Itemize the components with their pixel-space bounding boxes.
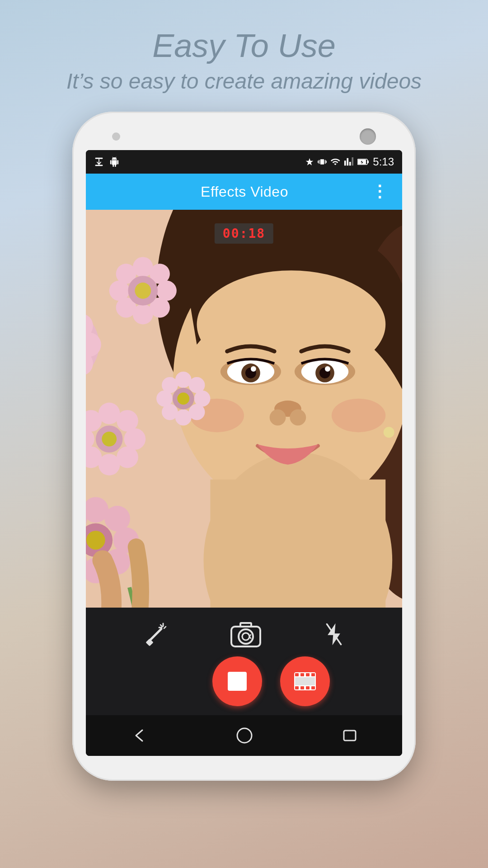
nav-bar xyxy=(86,715,402,756)
phone-screen: 5:13 Effects Video ⋮ xyxy=(86,150,402,756)
svg-point-20 xyxy=(251,366,256,372)
svg-rect-90 xyxy=(145,639,153,646)
gallery-button[interactable] xyxy=(280,656,330,706)
svg-rect-10 xyxy=(210,480,385,608)
svg-rect-106 xyxy=(306,686,310,689)
signal-icon xyxy=(344,157,354,167)
svg-line-94 xyxy=(164,627,166,628)
svg-rect-110 xyxy=(344,731,356,741)
status-left-icons xyxy=(94,157,119,167)
svg-rect-104 xyxy=(295,686,299,689)
back-icon xyxy=(130,726,148,745)
svg-point-76 xyxy=(162,377,178,393)
effects-button[interactable] xyxy=(144,623,168,646)
status-right-icons: 5:13 xyxy=(305,156,394,168)
svg-line-93 xyxy=(160,625,162,627)
svg-rect-0 xyxy=(95,158,103,159)
android-icon xyxy=(109,157,119,167)
stop-icon xyxy=(228,672,247,691)
svg-rect-1 xyxy=(95,165,103,166)
star-icon xyxy=(305,157,314,166)
home-button[interactable] xyxy=(235,726,253,745)
camera-switch-icon xyxy=(230,621,262,647)
record-stop-button[interactable] xyxy=(212,656,262,706)
svg-rect-105 xyxy=(300,686,304,689)
home-icon xyxy=(235,726,253,745)
battery-icon xyxy=(357,158,369,166)
svg-rect-103 xyxy=(311,673,315,676)
flash-icon xyxy=(324,623,344,646)
film-icon xyxy=(292,669,318,694)
svg-rect-101 xyxy=(300,673,304,676)
promo-title: Easy To Use xyxy=(66,27,422,64)
svg-point-24 xyxy=(290,409,306,425)
controls-bottom-row xyxy=(86,652,402,711)
status-bar: 5:13 xyxy=(86,150,402,174)
video-preview: 00:18 xyxy=(86,210,402,608)
svg-point-58 xyxy=(102,432,117,447)
promo-text-block: Easy To Use It’s so easy to create amazi… xyxy=(66,27,422,94)
svg-rect-107 xyxy=(311,686,315,689)
wand-icon xyxy=(144,623,168,646)
app-title: Effects Video xyxy=(201,184,288,200)
svg-rect-4 xyxy=(367,160,369,163)
promo-subtitle: It’s so easy to create amazing videos xyxy=(66,69,422,94)
download-icon xyxy=(94,157,104,167)
status-time: 5:13 xyxy=(373,156,394,168)
recents-icon xyxy=(341,727,358,744)
speaker xyxy=(360,128,376,145)
app-bar: Effects Video ⋮ xyxy=(86,174,402,210)
video-background xyxy=(86,210,402,608)
svg-point-88 xyxy=(86,531,105,550)
menu-button[interactable]: ⋮ xyxy=(371,184,389,200)
recents-button[interactable] xyxy=(341,727,358,744)
svg-rect-100 xyxy=(295,673,299,676)
svg-point-78 xyxy=(177,392,189,405)
back-button[interactable] xyxy=(130,726,148,745)
vibrate-icon xyxy=(318,157,327,166)
controls-bar xyxy=(86,608,402,715)
phone-notch xyxy=(85,125,403,148)
front-camera xyxy=(112,132,120,141)
wifi-icon xyxy=(330,157,340,167)
svg-rect-102 xyxy=(306,673,310,676)
svg-point-23 xyxy=(270,409,286,425)
svg-point-26 xyxy=(332,399,385,433)
svg-point-21 xyxy=(325,366,330,372)
svg-point-109 xyxy=(237,728,252,743)
svg-point-96 xyxy=(239,629,253,644)
flash-button[interactable] xyxy=(324,623,344,646)
svg-point-27 xyxy=(384,427,394,438)
svg-point-48 xyxy=(135,283,151,299)
video-timer: 00:18 xyxy=(215,223,273,244)
controls-top-row xyxy=(86,617,402,652)
svg-rect-108 xyxy=(295,677,315,685)
svg-point-11 xyxy=(197,270,386,378)
phone-shell: 5:13 Effects Video ⋮ xyxy=(72,112,416,781)
camera-switch-button[interactable] xyxy=(230,621,262,647)
